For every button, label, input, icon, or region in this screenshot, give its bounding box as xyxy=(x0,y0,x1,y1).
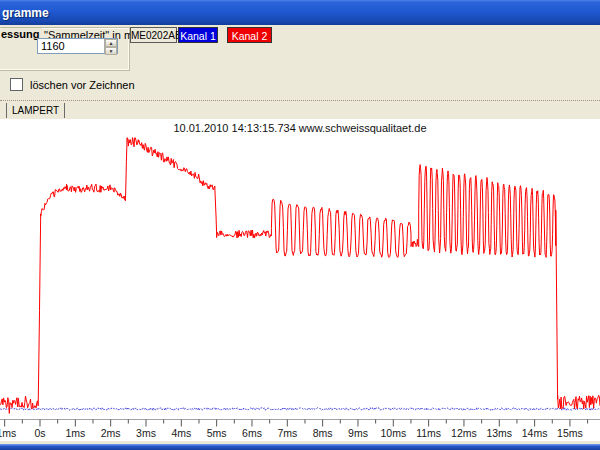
x-axis-tick-label: 9ms xyxy=(348,427,368,439)
spinner-down-icon[interactable]: ▼ xyxy=(105,47,117,55)
window-title: gramme xyxy=(2,6,49,20)
x-axis-tick-label: 7ms xyxy=(277,427,297,439)
x-axis-tick-label: 13ms xyxy=(486,427,512,439)
x-axis-tick-label: 15ms xyxy=(557,427,583,439)
x-axis-tick-label: 0s xyxy=(34,427,45,439)
checkbox-label: löschen vor Zeichnen xyxy=(30,79,135,91)
loeschen-checkbox[interactable]: löschen vor Zeichnen xyxy=(10,78,135,91)
tab-bar: LAMPERT xyxy=(0,100,600,119)
x-axis-tick-label: 14ms xyxy=(522,427,548,439)
x-axis-tick-label: -1ms xyxy=(0,427,16,439)
x-axis-tick-label: 8ms xyxy=(313,427,333,439)
control-panel: essung "Sammelzeit" in ms 1160 ▲ ▼ ME020… xyxy=(0,25,600,100)
sammelzeit-value[interactable]: 1160 xyxy=(38,39,104,53)
kanal2-button[interactable]: Kanal 2 xyxy=(227,27,272,43)
kanal1-button[interactable]: Kanal 1 xyxy=(178,27,218,43)
application-window: gramme essung "Sammelzeit" in ms 1160 ▲ … xyxy=(0,0,600,450)
x-axis-tick-label: 10ms xyxy=(380,427,406,439)
window-titlebar[interactable]: gramme xyxy=(0,0,600,25)
x-axis-tick-label: 11ms xyxy=(416,427,441,439)
tab-lampert[interactable]: LAMPERT xyxy=(6,103,65,118)
x-axis-tick-label: 12ms xyxy=(451,427,477,439)
x-axis-tick-label: 2ms xyxy=(101,427,121,439)
messung-group-label: essung xyxy=(1,28,42,40)
sammelzeit-input[interactable]: 1160 ▲ ▼ xyxy=(37,38,118,54)
bottom-window-strip[interactable] xyxy=(0,444,600,450)
kanal2-trace xyxy=(0,138,600,414)
x-axis-tick-label: 3ms xyxy=(136,427,156,439)
measurement-id-box[interactable]: ME0202AB xyxy=(130,27,177,43)
x-axis-tick-label: 5ms xyxy=(207,427,227,439)
chart-area: 10.01.2010 14:13:15.734 www.schweissqual… xyxy=(0,119,600,441)
x-axis-tick-label: 6ms xyxy=(242,427,262,439)
spinner-up-icon[interactable]: ▲ xyxy=(105,39,117,47)
x-axis-tick-label: 1ms xyxy=(65,427,85,439)
waveform-plot: -1ms0s1ms2ms3ms4ms5ms6ms7ms8ms9ms10ms11m… xyxy=(0,119,600,441)
sammelzeit-spinner[interactable]: ▲ ▼ xyxy=(104,39,117,53)
checkbox-box-icon[interactable] xyxy=(10,78,23,91)
x-axis-tick-label: 4ms xyxy=(171,427,191,439)
kanal1-trace xyxy=(0,408,600,410)
